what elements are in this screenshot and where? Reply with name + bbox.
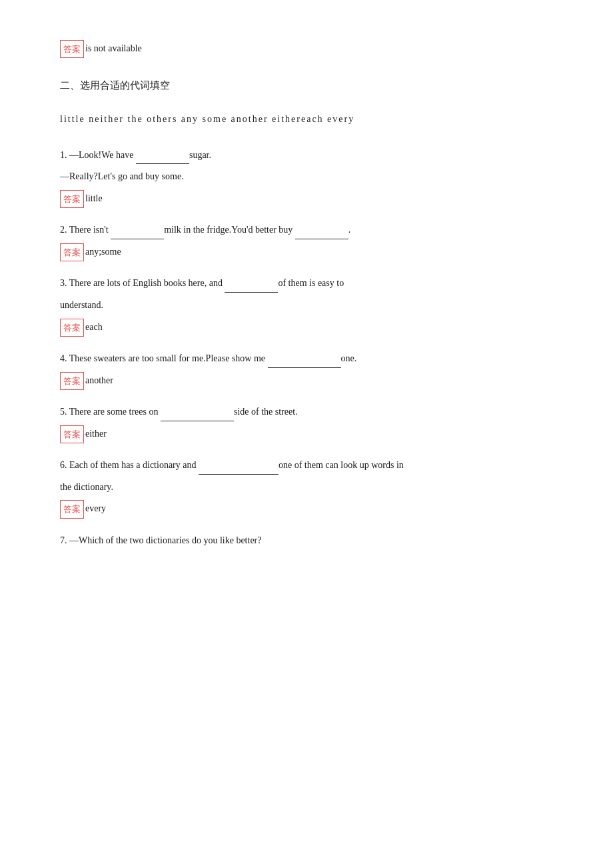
question-6: 6. Each of them has a dictionary and one… — [60, 457, 553, 519]
q5-number: 5. — [60, 407, 67, 417]
q3-answer-text: each — [85, 322, 103, 332]
q5-blank — [161, 421, 234, 421]
q4-before: These sweaters are too small for me.Plea… — [69, 353, 268, 363]
q6-line2: the dictionary. — [60, 479, 553, 497]
answer-badge-q6: 答案 — [60, 500, 84, 518]
question-4: 4. These sweaters are too small for me.P… — [60, 350, 553, 390]
question-3: 3. There are lots of English books here,… — [60, 275, 553, 337]
q6-answer-text: every — [85, 503, 106, 513]
q3-before: There are lots of English books here, an… — [69, 278, 225, 288]
answer-badge-q3: 答案 — [60, 319, 84, 337]
question-7: 7. —Which of the two dictionaries do you… — [60, 532, 553, 550]
q7-number: 7. — [60, 535, 67, 545]
q2-after: . — [348, 225, 351, 235]
word-list: little neither the others any some anoth… — [60, 111, 553, 127]
q6-dictionary: the dictionary. — [60, 482, 113, 492]
question-2: 2. There isn't milk in the fridge.You'd … — [60, 221, 553, 261]
q1-answer: 答案little — [60, 190, 553, 208]
q5-after: side of the street. — [234, 407, 298, 417]
intro-answer-block: 答案is not available — [60, 40, 553, 58]
q3-blank — [225, 292, 278, 293]
q6-after: one of them can look up words in — [279, 460, 404, 470]
q2-middle: milk in the fridge.You'd better buy — [164, 225, 295, 235]
question-1: 1. —Look!We have sugar. —Really?Let's go… — [60, 147, 553, 209]
q2-answer: 答案any;some — [60, 243, 553, 261]
q2-blank1 — [111, 239, 164, 239]
q1-line2-text: —Really?Let's go and buy some. — [60, 171, 184, 181]
q7-content: —Which of the two dictionaries do you li… — [69, 535, 261, 545]
q3-line2: understand. — [60, 297, 553, 315]
q6-number: 6. — [60, 460, 67, 470]
q5-answer-text: either — [85, 429, 107, 439]
q6-answer: 答案every — [60, 500, 553, 518]
q2-answer-text: any;some — [85, 247, 121, 257]
q1-line2: —Really?Let's go and buy some. — [60, 168, 553, 186]
answer-badge-intro: 答案 — [60, 40, 84, 58]
q1-blank — [136, 163, 189, 164]
q3-understand: understand. — [60, 300, 103, 310]
q1-after: sugar. — [189, 150, 211, 160]
q5-text: 5. There are some trees on side of the s… — [60, 403, 553, 421]
q3-number: 3. — [60, 278, 67, 288]
q6-blank — [199, 474, 279, 475]
q4-text: 4. These sweaters are too small for me.P… — [60, 350, 553, 368]
intro-answer-text: is not available — [85, 43, 142, 53]
section2-title: 二、选用合适的代词填空 — [60, 77, 553, 95]
q3-text: 3. There are lots of English books here,… — [60, 275, 553, 293]
q5-before: There are some trees on — [69, 407, 161, 417]
question-5: 5. There are some trees on side of the s… — [60, 403, 553, 443]
q7-text: 7. —Which of the two dictionaries do you… — [60, 532, 553, 550]
q6-before: Each of them has a dictionary and — [69, 460, 199, 470]
q2-before: There isn't — [69, 225, 111, 235]
q4-after: one. — [341, 353, 357, 363]
q1-number: 1. — [60, 150, 67, 160]
q3-answer: 答案each — [60, 319, 553, 337]
q5-answer: 答案either — [60, 425, 553, 443]
q2-text: 2. There isn't milk in the fridge.You'd … — [60, 221, 553, 239]
q4-answer: 答案another — [60, 372, 553, 390]
answer-badge-q1: 答案 — [60, 190, 84, 208]
q1-answer-text: little — [85, 193, 103, 203]
answer-badge-q5: 答案 — [60, 425, 84, 443]
answer-badge-q2: 答案 — [60, 243, 84, 261]
q4-number: 4. — [60, 353, 67, 363]
q1-dash: —Look!We have — [69, 150, 136, 160]
q3-after: of them is easy to — [278, 278, 344, 288]
q1-text: 1. —Look!We have sugar. — [60, 147, 553, 165]
answer-badge-q4: 答案 — [60, 372, 84, 390]
q4-blank — [268, 367, 341, 368]
q4-answer-text: another — [85, 375, 113, 385]
q6-text: 6. Each of them has a dictionary and one… — [60, 457, 553, 475]
q2-blank2 — [295, 239, 348, 239]
q2-number: 2. — [60, 225, 67, 235]
